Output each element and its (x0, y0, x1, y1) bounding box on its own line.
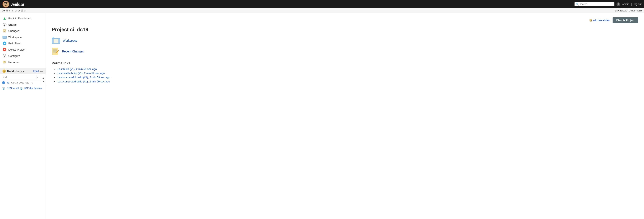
build-history-list: #1 Apr 19, 2019 4:12 PM (0, 80, 40, 85)
content: add description Disable Project Project … (46, 13, 644, 219)
edit-icon (590, 19, 592, 22)
enable-auto-refresh[interactable]: ENABLE AUTO REFRESH (615, 10, 642, 12)
logout-link[interactable]: log out (634, 3, 642, 6)
build-history-label: Build History (7, 70, 24, 73)
header-left: Jenkins (2, 1, 24, 8)
status-label: Status (8, 23, 17, 26)
permalinks-section: Permalinks Last build (#1), 2 min 59 sec… (52, 61, 638, 83)
breadcrumb: Jenkins ▶ ci_dc19 ▶ ENABLE AUTO REFRESH (0, 8, 644, 13)
admin-link[interactable]: admin (622, 3, 629, 6)
build-now-label: Build Now (8, 42, 20, 45)
workspace-sidebar-label: Workspace (8, 36, 22, 39)
search-bar: 🔍 (574, 2, 614, 6)
svg-rect-3 (4, 2, 8, 3)
rename-label: Rename (8, 60, 18, 64)
project-icons: Workspace Recent Changes (52, 37, 638, 55)
help-icon[interactable]: ? (616, 2, 620, 6)
svg-point-5 (4, 24, 5, 24)
scroll-arrows: ▲ ▼ (40, 74, 46, 85)
changes-label: Changes (8, 29, 19, 32)
last-successful-build-link[interactable]: Last successful build (#1), 2 min 59 sec… (58, 76, 110, 79)
find-container: x (0, 74, 40, 80)
configure-label: Configure (8, 54, 20, 58)
breadcrumb-sep2: ▶ (24, 10, 26, 12)
jenkins-title: Jenkins (11, 2, 24, 7)
svg-point-17 (3, 54, 6, 58)
scroll-down-btn[interactable]: ▼ (42, 80, 45, 83)
recent-changes-link[interactable]: Recent Changes (62, 50, 84, 53)
build-history-controls: trend — (33, 70, 43, 73)
add-description-link[interactable]: add description (590, 19, 610, 22)
sidebar-item-build-now[interactable]: Build Now (0, 40, 46, 46)
rss-all-icon: 📡 (2, 87, 6, 90)
build-history-title: ☀ Build History (2, 70, 24, 73)
header: Jenkins 🔍 ? admin | log out (0, 0, 644, 8)
header-right: 🔍 ? admin | log out (574, 2, 642, 6)
permalinks-title: Permalinks (52, 61, 638, 65)
last-stable-build-link[interactable]: Last stable build (#1), 2 min 59 sec ago (58, 72, 105, 75)
sidebar-item-workspace[interactable]: Workspace (0, 34, 46, 40)
svg-point-2 (6, 3, 7, 4)
find-and-builds: x #1 Apr 19, 2019 4:12 PM (0, 74, 40, 85)
delete-project-icon (2, 48, 7, 52)
last-completed-build-link[interactable]: Last completed build (#1), 2 min 59 sec … (58, 80, 110, 83)
svg-rect-6 (4, 24, 5, 26)
build-number-link[interactable]: #1 (7, 81, 9, 84)
recent-changes-icon (52, 48, 60, 55)
svg-point-1 (4, 3, 6, 4)
workspace-folder-icon (52, 37, 60, 44)
build-date: Apr 19, 2019 4:12 PM (11, 82, 33, 84)
build-now-icon (2, 41, 7, 46)
configure-icon (2, 54, 7, 58)
sidebar-item-configure[interactable]: Configure (0, 53, 46, 59)
search-icon: 🔍 (576, 3, 579, 6)
rss-failures-link[interactable]: RSS for failures (24, 87, 42, 90)
list-item: Last stable build (#1), 2 min 59 sec ago (58, 72, 638, 75)
build-item: #1 Apr 19, 2019 4:12 PM (0, 80, 40, 85)
svg-rect-11 (3, 36, 6, 38)
build-history-header: ☀ Build History trend — (0, 68, 46, 74)
breadcrumb-sep1: ▶ (12, 10, 14, 12)
sidebar-item-back-to-dashboard[interactable]: ▲ Back to Dashboard (0, 15, 46, 22)
workspace-link[interactable]: Workspace (63, 39, 78, 42)
scroll-up-btn[interactable]: ▲ (42, 76, 45, 80)
top-actions: add description Disable Project (52, 17, 638, 23)
rss-links: 📡 RSS for all 📡 RSS for failures (0, 85, 46, 92)
main-container: ▲ Back to Dashboard Status (0, 13, 644, 219)
list-item: Last build (#1), 2 min 59 sec ago (58, 68, 638, 70)
project-title: Project ci_dc19 (52, 27, 638, 32)
svg-point-16 (4, 55, 6, 56)
recent-changes-item: Recent Changes (52, 48, 638, 55)
sidebar-item-rename[interactable]: Rename (0, 59, 46, 65)
breadcrumb-jenkins[interactable]: Jenkins (2, 9, 10, 12)
rss-all-link[interactable]: RSS for all (7, 87, 18, 90)
sidebar-item-delete-project[interactable]: Delete Project (0, 46, 46, 53)
build-history-icon: ☀ (2, 70, 6, 73)
scroll-area: x #1 Apr 19, 2019 4:12 PM ▲ ▼ (0, 74, 46, 85)
disable-project-button[interactable]: Disable Project (612, 17, 638, 23)
permalinks-list: Last build (#1), 2 min 59 sec ago Last s… (52, 68, 638, 83)
svg-rect-18 (3, 61, 6, 63)
trend-link[interactable]: trend (33, 70, 39, 73)
changes-icon (2, 29, 7, 33)
jenkins-logo (2, 1, 9, 8)
search-input[interactable] (580, 3, 613, 6)
sidebar-item-changes[interactable]: Changes (0, 28, 46, 34)
trend-separator: — (40, 70, 43, 73)
breadcrumb-project[interactable]: ci_dc19 (15, 9, 23, 12)
workspace-icon (2, 35, 7, 39)
build-status-icon (2, 81, 5, 84)
sidebar: ▲ Back to Dashboard Status (0, 13, 46, 219)
sidebar-item-status[interactable]: Status (0, 22, 46, 28)
find-clear[interactable]: x (36, 76, 39, 79)
status-icon (2, 22, 7, 27)
rss-failures-icon: 📡 (20, 87, 23, 90)
list-item: Last completed build (#1), 2 min 59 sec … (58, 80, 638, 83)
last-build-link[interactable]: Last build (#1), 2 min 59 sec ago (58, 68, 97, 70)
find-input[interactable] (2, 75, 36, 79)
rename-icon (2, 60, 7, 64)
list-item: Last successful build (#1), 2 min 59 sec… (58, 76, 638, 79)
back-to-dashboard-label: Back to Dashboard (8, 17, 32, 20)
workspace-item: Workspace (52, 37, 638, 44)
back-dashboard-icon: ▲ (2, 16, 7, 20)
